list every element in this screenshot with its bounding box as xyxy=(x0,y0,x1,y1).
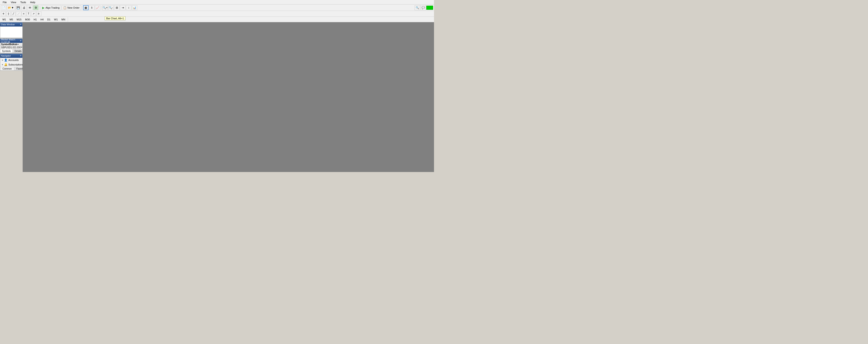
mw-bid: 1.02 xyxy=(11,46,15,49)
new-order-label: New Order xyxy=(67,6,80,9)
mw-symbol: GBPUSD xyxy=(1,46,11,49)
drawing-toolbar: ✛ ┼ ╱ ⋰ ≡ T ↗ ⊪ Bar Chart, Alt+1 xyxy=(0,11,434,17)
data-window-panel: Data Window × xyxy=(0,22,23,38)
new-order-btn[interactable]: 📋 New Order xyxy=(62,5,81,10)
email-btn[interactable]: ✉ xyxy=(27,5,33,10)
tooltip-bar-chart: Bar Chart, Alt+1 xyxy=(105,16,125,20)
sep1 xyxy=(39,5,40,10)
zoom-in-btn[interactable]: 🔍+ xyxy=(102,5,108,10)
col-ask: Ask xyxy=(13,43,17,46)
time-toolbar: M1 M5 M15 M30 H1 H4 D1 W1 MN xyxy=(0,17,434,22)
connection-indicator xyxy=(426,6,433,10)
algo-trading-btn[interactable]: ▶ Algo Trading xyxy=(40,5,61,10)
menu-bar: File View Tools Help xyxy=(0,0,434,4)
tab-symbols[interactable]: Symbols xyxy=(0,49,13,53)
save-btn[interactable]: 💾 xyxy=(16,5,21,10)
candle-chart-btn[interactable]: 🕯 xyxy=(89,5,94,10)
period-h4[interactable]: H4 xyxy=(39,18,45,21)
period-m15[interactable]: M15 xyxy=(15,18,23,21)
scroll-down-btn[interactable]: ▼ xyxy=(21,46,23,49)
period-mn[interactable]: MN xyxy=(60,18,67,21)
navigator-header: Navigator × xyxy=(0,54,23,58)
data-window-title: Data Window xyxy=(1,23,14,26)
profile-btn[interactable]: ⚙ xyxy=(33,5,38,10)
channel-btn[interactable]: ≡ xyxy=(22,11,26,16)
tab-common[interactable]: Common xyxy=(0,67,14,70)
new-chart-btn[interactable]: 📄 xyxy=(1,5,6,10)
nav-subscriptions[interactable]: + 🔔 Subscriptions xyxy=(0,62,24,67)
col-scroll-up[interactable]: ▲ xyxy=(17,43,19,46)
expand-accounts[interactable]: + xyxy=(1,59,4,61)
nav-accounts[interactable]: + 👤 Accounts xyxy=(0,58,24,62)
period-sep-btn[interactable]: ⊪ xyxy=(36,11,41,16)
sep3 xyxy=(101,5,101,10)
market-watch-tabs: Symbols Details Trading xyxy=(0,49,23,53)
grid-btn[interactable]: ⊞ xyxy=(114,5,120,10)
sep-time xyxy=(68,17,68,22)
bar-chart-btn[interactable]: ▦ xyxy=(83,5,89,10)
print-btn[interactable]: 🖨 xyxy=(21,5,27,10)
subscriptions-label: Subscriptions xyxy=(8,63,23,66)
navigator-panel: Navigator × + 👤 Accounts + 🔔 Subscri xyxy=(0,54,23,71)
period-m5[interactable]: M5 xyxy=(8,18,14,21)
search-btn[interactable]: 🔍 xyxy=(414,5,420,10)
col-bid: Bid xyxy=(9,43,13,46)
menu-view[interactable]: View xyxy=(9,0,18,4)
market-watch-row: GBPUSD 1.02 1.030 ▼ xyxy=(0,46,23,49)
period-w1[interactable]: W1 xyxy=(53,18,60,21)
gann-btn[interactable]: ⋰ xyxy=(16,11,21,16)
tab-details[interactable]: Details xyxy=(13,49,24,53)
navigator-title: Navigator xyxy=(1,55,11,57)
expand-subscriptions[interactable]: + xyxy=(1,63,4,66)
period-m30[interactable]: M30 xyxy=(24,18,31,21)
left-panel: Data Window × Market Watch: 11:02:34 × S… xyxy=(0,22,23,172)
market-watch-close[interactable]: × xyxy=(20,39,22,42)
chart-area[interactable] xyxy=(23,22,434,172)
line-chart-btn[interactable]: 📈 xyxy=(95,5,100,10)
main-toolbar: 📄 📂▼ 💾 🖨 ✉ ⚙ ▶ Algo Trading 📋 New Order … xyxy=(0,4,434,11)
data-window-content xyxy=(0,27,23,38)
mw-ask: 1.030 xyxy=(15,46,21,49)
period-m1[interactable]: M1 xyxy=(1,18,7,21)
bottom-tabs: Common Favorites xyxy=(0,67,23,70)
line-btn[interactable]: ╱ xyxy=(11,11,16,16)
accounts-label: Accounts xyxy=(8,59,19,61)
zoom-out-btn[interactable]: 🔍- xyxy=(108,5,114,10)
market-watch-panel: Market Watch: 11:02:34 × Symbol Bid Ask … xyxy=(0,38,23,53)
crosshair-btn[interactable]: ┼ xyxy=(6,11,11,16)
sep2 xyxy=(82,5,82,10)
period-h1[interactable]: H1 xyxy=(32,18,38,21)
cursor-btn[interactable]: ✛ xyxy=(1,11,6,16)
menu-tools[interactable]: Tools xyxy=(18,0,28,4)
period-d1[interactable]: D1 xyxy=(46,18,52,21)
scroll-end-btn[interactable]: ⇥ xyxy=(120,5,125,10)
market-watch-header: Market Watch: 11:02:34 × xyxy=(0,39,23,43)
chat-btn[interactable]: 💬 xyxy=(421,5,426,10)
open-btn[interactable]: 📂▼ xyxy=(7,5,15,10)
navigator-close[interactable]: × xyxy=(20,54,22,57)
col-symbol: Symbol xyxy=(1,43,9,46)
menu-file[interactable]: File xyxy=(1,0,9,4)
algo-trading-label: Algo Trading xyxy=(45,6,60,9)
arrow-btn[interactable]: ↗ xyxy=(31,11,36,16)
market-watch-columns: Symbol Bid Ask ▲ xyxy=(0,43,23,46)
auto-scroll-btn[interactable]: ↕ xyxy=(126,5,131,10)
subscriptions-icon: 🔔 xyxy=(4,63,7,66)
data-window-header: Data Window × xyxy=(0,23,23,27)
menu-help[interactable]: Help xyxy=(28,0,37,4)
text-btn[interactable]: T xyxy=(26,11,31,16)
data-window-close[interactable]: × xyxy=(20,23,22,26)
market-watch-title: Market Watch: 11:02:34 xyxy=(1,38,20,43)
accounts-icon: 👤 xyxy=(4,58,7,62)
template-btn[interactable]: 📊 xyxy=(132,5,137,10)
